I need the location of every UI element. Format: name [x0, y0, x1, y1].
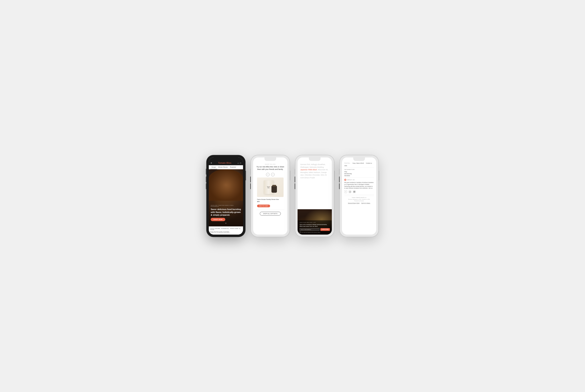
p4-nav-links: Oven-Roa... Soup, Salsa & Broth Contact … — [344, 162, 374, 164]
prev-arrow[interactable]: ‹ — [266, 173, 270, 176]
shop-now-button[interactable]: SHOP NOW — [211, 218, 225, 221]
p4-social-icons: f — [344, 190, 374, 193]
logo-text-part2: Bliss — [226, 162, 231, 164]
p4-footer: ©2020 TOMATO BLISS LLC All prices displa… — [344, 196, 374, 205]
p2-product-image: TomatoBliss — [257, 178, 284, 197]
svg-point-2 — [350, 191, 350, 192]
p2-shop-label: SHOP BLISS — [256, 164, 284, 165]
phone-3-frame: German Pink, Kellogg's Breakfast, Sheboy… — [295, 155, 334, 237]
logo-text-part1: Tomat — [218, 162, 224, 164]
nav-item-roasted[interactable]: Roasted — [229, 165, 237, 169]
footer-link-terms[interactable]: Terms & Privacy Policy — [348, 202, 360, 204]
nav-link-soup[interactable]: Soup, Salsa & Broth — [353, 162, 364, 164]
p3-variety-list: German Pink, Kellogg's Breakfast, Sheboy… — [298, 162, 332, 209]
highlighted-variety: Japanese Trifele Black — [300, 169, 317, 171]
phone-4-frame: Oven-Roa... Soup, Salsa & Broth Contact … — [340, 155, 379, 237]
p3-variety-text: German Pink, Kellogg's Breakfast, Sheboy… — [300, 163, 329, 179]
p1-hero-tag: HEIRLOOM TOMATOES MAKE A REAL DIFFERENCE — [211, 205, 241, 207]
phone-3-notch — [309, 158, 321, 161]
phone-1-frame: ≡ Tomato Bliss ⌕ □ Soups Dinner Boxes Ro… — [206, 155, 245, 237]
p4-divider-2 — [344, 178, 374, 178]
p1-bottom-section: FIELD-GROWN, HANDMADE, FROM FARM TO DOOR… — [209, 226, 243, 234]
svg-point-3 — [350, 191, 351, 192]
phone-1-screen: ≡ Tomato Bliss ⌕ □ Soups Dinner Boxes Ro… — [209, 158, 243, 234]
product-box-logo: TomatoBliss — [267, 186, 270, 188]
phone-1-notch — [220, 158, 232, 161]
p2-tagline: Try our new Bliss Box Sets or sharethem … — [256, 166, 284, 170]
p4-content: Oven-Roa... Soup, Salsa & Broth Contact … — [342, 162, 376, 234]
p3-mailing-title: JOIN OUR MAILING LIST — [300, 222, 330, 223]
p3-mailing-text: Join us for exclusive release announceme… — [300, 224, 330, 227]
p4-about-header: ABOUT US — [344, 179, 374, 181]
phone-4-notch — [353, 158, 365, 161]
p4-about-text: We grow hundreds of varieties of heirloo… — [344, 182, 374, 189]
p1-bottom-tag: FIELD-GROWN, HANDMADE, FROM FARM TO DOOR — [210, 228, 241, 230]
product-price: $85 — [257, 201, 284, 202]
phone-2-notch — [264, 158, 276, 161]
p3-hero-dark: JOIN OUR MAILING LIST Join us for exclus… — [298, 209, 332, 234]
nav-item-dinner-boxes[interactable]: Dinner Boxes — [217, 165, 229, 169]
p1-hero-food-image — [209, 169, 243, 201]
phone-4: Oven-Roa... Soup, Salsa & Broth Contact … — [340, 155, 379, 237]
phone-3-screen: German Pink, Kellogg's Breakfast, Sheboy… — [298, 158, 332, 234]
p1-hero: HEIRLOOM TOMATOES MAKE A REAL DIFFERENCE… — [209, 169, 243, 226]
p4-divider-3 — [344, 194, 374, 194]
p2-product-info: Farm-Grown Family Dinner Box $85 ADD TO … — [253, 197, 287, 208]
product-jar — [271, 186, 277, 193]
p4-information-title: INFORMATION — [344, 169, 374, 170]
nav-item-soups[interactable]: Soups — [210, 165, 217, 169]
nav-link-oven[interactable]: Oven-Roa... — [344, 162, 351, 164]
p4-divider-1 — [344, 168, 374, 168]
instagram-icon[interactable] — [349, 190, 351, 193]
phone-1: ≡ Tomato Bliss ⌕ □ Soups Dinner Boxes Ro… — [206, 155, 245, 237]
next-arrow[interactable]: › — [271, 173, 275, 176]
svg-point-0 — [345, 180, 346, 180]
chevron-down-icon[interactable]: ∨ — [211, 222, 241, 224]
p3-mailing-overlay: JOIN OUR MAILING LIST Join us for exclus… — [298, 220, 332, 234]
hamburger-icon[interactable]: ≡ — [211, 162, 212, 164]
p1-header-icons: ⌕ □ — [238, 162, 241, 164]
p4-about-section: ABOUT US We grow hundreds of varieties o… — [344, 179, 374, 193]
phone-2: SHOP BLISS Try our new Bliss Box Sets or… — [251, 155, 290, 237]
phone-2-frame: SHOP BLISS Try our new Bliss Box Sets or… — [251, 155, 290, 237]
p1-navigation: Soups Dinner Boxes Roasted — [209, 165, 243, 169]
p4-copyright: ©2020 TOMATO BLISS LLC — [344, 197, 374, 198]
add-to-cart-button[interactable]: ADD TO CART — [257, 204, 270, 207]
p4-about-title: ABOUT US — [347, 179, 355, 180]
phone-4-screen: Oven-Roa... Soup, Salsa & Broth Contact … — [342, 158, 376, 234]
nav-link-gifts[interactable]: Gifts — [344, 165, 374, 166]
search-icon[interactable]: ⌕ — [238, 162, 239, 164]
p2-carousel-arrows: ‹ › — [253, 173, 287, 176]
facebook-icon[interactable]: f — [344, 190, 347, 193]
phones-container: ≡ Tomato Bliss ⌕ □ Soups Dinner Boxes Ro… — [199, 144, 386, 248]
p4-footer-text-2: Powered by Shopify. — [344, 200, 374, 202]
p2-shop-all: SHOP ALL GIFTSETS — [253, 212, 287, 217]
email-input[interactable]: Your e-mail address — [300, 228, 320, 231]
nav-link-contact[interactable]: Contact us — [366, 162, 372, 164]
svg-rect-1 — [349, 191, 351, 192]
shop-all-giftsets-button[interactable]: SHOP ALL GIFTSETS — [260, 212, 281, 216]
phone-2-screen: SHOP BLISS Try our new Bliss Box Sets or… — [253, 158, 287, 234]
p2-header: SHOP BLISS Try our new Bliss Box Sets or… — [253, 162, 287, 172]
p3-email-row: Your e-mail address SUBSCRIBE — [300, 228, 330, 231]
product-name: Farm-Grown Family Dinner Box — [257, 198, 284, 200]
phone-3: German Pink, Kellogg's Breakfast, Sheboy… — [295, 155, 334, 237]
privacy-checkbox[interactable] — [300, 232, 301, 233]
p1-bottom-text: Enjoy the first pantry essentials... — [210, 231, 241, 233]
info-link-faq[interactable]: FAQ — [344, 171, 374, 172]
p1-hero-headline: Savor delicious food burstingwith flavor… — [211, 208, 241, 216]
info-link-membership[interactable]: Membership — [344, 173, 374, 174]
cart-icon[interactable]: □ — [240, 162, 241, 164]
p4-footer-links: Terms & Privacy Policy Design by Naam. — [344, 202, 374, 204]
privacy-label: I've read and approve the privacy policy — [301, 232, 320, 233]
pinterest-icon[interactable] — [353, 190, 356, 193]
info-link-stocklists[interactable]: Stocklists — [344, 175, 374, 176]
p1-logo: Tomato Bliss — [218, 162, 231, 164]
subscribe-button[interactable]: SUBSCRIBE — [320, 228, 330, 231]
footer-link-design[interactable]: Design by Naam. — [361, 202, 370, 204]
p4-footer-text-1: All prices displayed in USD. Checkout in… — [344, 198, 374, 200]
p3-checkbox-row: I've read and approve the privacy policy — [300, 232, 330, 233]
tomato-icon — [344, 179, 346, 181]
